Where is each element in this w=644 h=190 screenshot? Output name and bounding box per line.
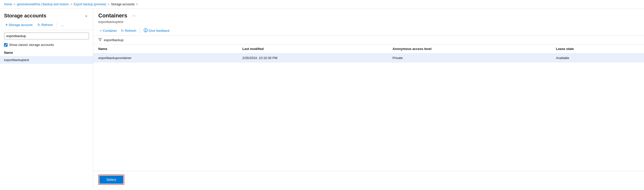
toolbar-separator [57, 22, 57, 27]
checkbox-row: Show classic storage accounts [0, 42, 93, 49]
right-toolbar-sep [140, 28, 140, 33]
cell-access-level: Private [387, 53, 551, 63]
bottom-bar: Select [93, 171, 644, 188]
add-container-button[interactable]: + Container [98, 28, 118, 34]
storage-search-input[interactable] [4, 33, 89, 39]
right-subtitle: exportbackuptest [93, 20, 644, 26]
left-refresh-button[interactable]: ↻ Refresh [36, 22, 54, 28]
cell-name: exportbackupcontainer [93, 53, 237, 63]
feedback-label: Give feedback [149, 29, 170, 33]
classic-storage-label: Show classic storage accounts [9, 43, 54, 47]
breadcrumb: Home > georestorewithha | Backup and res… [0, 0, 644, 9]
cell-last-modified: 2/26/2024, 10:10:30 PM [237, 53, 388, 63]
feedback-icon [144, 28, 148, 33]
add-container-label: Container [103, 29, 117, 33]
table-row[interactable]: exportbackupcontainer 2/26/2024, 10:10:3… [93, 53, 644, 63]
main-layout: Storage accounts « + Storage account ↻ R… [0, 9, 644, 188]
refresh-icon-left: ↻ [38, 23, 40, 27]
breadcrumb-home[interactable]: Home [4, 3, 12, 6]
right-refresh-label: Refresh [125, 29, 136, 33]
add-storage-label: Storage account [9, 23, 33, 27]
filter-icon [98, 38, 102, 42]
filter-bar: exportbackup [93, 36, 644, 44]
breadcrumb-sep-3: > [108, 3, 109, 6]
left-toolbar: + Storage account ↻ Refresh ... [0, 21, 93, 30]
left-panel: Storage accounts « + Storage account ↻ R… [0, 9, 93, 188]
col-last-modified: Last modified [237, 44, 388, 53]
containers-table: Name Last modified Anonymous access leve… [93, 44, 644, 63]
right-panel-title: Containers [98, 12, 127, 19]
left-refresh-label: Refresh [41, 23, 53, 27]
storage-accounts-list: exportbackuptest [0, 56, 93, 188]
containers-table-container: Name Last modified Anonymous access leve… [93, 44, 644, 171]
right-toolbar: + Container ↻ Refresh Give feedback [93, 26, 644, 36]
breadcrumb-current: Storage accounts [111, 3, 134, 6]
list-item[interactable]: exportbackuptest [0, 56, 93, 64]
left-panel-title: Storage accounts [4, 13, 46, 19]
breadcrumb-backup[interactable]: georestorewithha | Backup and restore [17, 3, 69, 6]
breadcrumb-sep-1: > [14, 3, 15, 6]
breadcrumb-export[interactable]: Export backup (preview) [74, 3, 106, 6]
left-header: Storage accounts « [0, 9, 93, 21]
refresh-icon-right: ↻ [121, 29, 124, 33]
plus-icon: + [6, 23, 8, 27]
select-button-wrapper: Select [98, 175, 124, 185]
list-column-name: Name [0, 49, 93, 56]
plus-icon-right: + [100, 29, 102, 33]
left-search-container [0, 30, 93, 42]
breadcrumb-sep-2: > [70, 3, 72, 6]
breadcrumb-sep-4: > [136, 3, 138, 6]
right-more-button[interactable]: ··· [130, 13, 137, 19]
give-feedback-button[interactable]: Give feedback [142, 27, 171, 34]
right-refresh-button[interactable]: ↻ Refresh [119, 28, 138, 34]
add-storage-button[interactable]: + Storage account [4, 22, 34, 28]
col-access-level: Anonymous access level [387, 44, 551, 53]
col-name: Name [93, 44, 237, 53]
filter-value: exportbackup [104, 38, 124, 42]
right-panel: Containers ··· exportbackuptest + Contai… [93, 9, 644, 188]
collapse-button[interactable]: « [84, 13, 89, 19]
right-header: Containers ··· [93, 9, 644, 20]
table-header-row: Name Last modified Anonymous access leve… [93, 44, 644, 53]
col-lease-state: Lease state [551, 44, 644, 53]
left-more-button[interactable]: ... [59, 22, 65, 28]
cell-lease-state: Available [551, 53, 644, 63]
classic-storage-checkbox[interactable] [4, 43, 8, 47]
select-button[interactable]: Select [99, 176, 123, 184]
